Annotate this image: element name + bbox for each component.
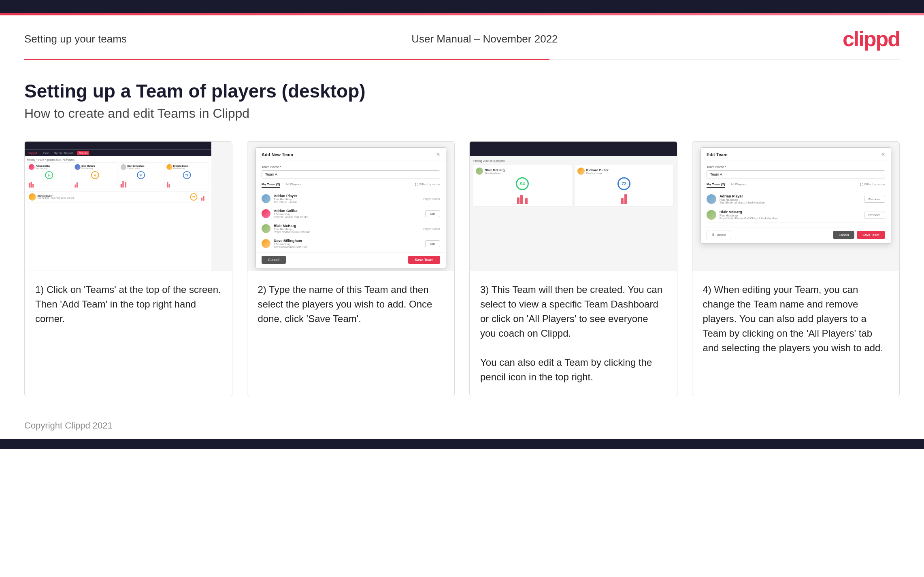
step-1-card: clippd Home My Full Report Teams Finding… — [24, 141, 232, 396]
header: Setting up your teams User Manual – Nove… — [0, 15, 924, 59]
step-3-screenshot: Finding 2 out of 2 players Blair McHarg … — [470, 142, 677, 271]
player-avatar — [262, 239, 270, 248]
player-info: Adrian Player Plus HandicapThe Shore Lon… — [720, 194, 861, 204]
player-avatar — [262, 224, 270, 233]
player-status: Player Added — [423, 227, 440, 230]
tab-all-players[interactable]: All Players — [731, 182, 746, 186]
delete-label: Delete — [717, 233, 726, 237]
player-avatar — [262, 194, 270, 203]
player-info: Blair McHarg Plus HandicapRoyal North De… — [720, 210, 861, 220]
save-team-button[interactable]: Save Team — [408, 256, 440, 264]
player-name: Blair McHarg — [274, 224, 420, 228]
team-name-label: Team Name * — [262, 165, 440, 169]
step-4-screenshot: Edit Team ✕ Team Name * My Team (2) All … — [692, 142, 900, 271]
edit-team-modal-title: Edit Team — [707, 152, 728, 157]
player-detail: Plus HandicapRoyal North Devon Golf Club — [274, 228, 420, 233]
step-4-text: 4) When editing your Team, you can chang… — [692, 271, 900, 396]
close-icon[interactable]: ✕ — [881, 152, 885, 157]
top-bar — [0, 0, 924, 13]
footer: Copyright Clippd 2021 — [0, 412, 924, 439]
bottom-bar — [0, 439, 924, 449]
edit-team-name-input[interactable] — [707, 170, 885, 178]
player-item: Blair McHarg Plus HandicapRoyal North De… — [262, 221, 440, 236]
add-player-button[interactable]: Add — [425, 240, 440, 247]
add-team-modal-title: Add New Team — [262, 152, 293, 157]
edit-player-item: Adrian Player Plus HandicapThe Shore Lon… — [707, 191, 885, 207]
save-team-button[interactable]: Save Team — [857, 231, 885, 239]
player-item: Adrian Player Plus HandicapThe Shore Lon… — [262, 191, 440, 206]
step-2-card: Add New Team ✕ Team Name * My Team (2) A… — [247, 141, 455, 396]
player-item: Adrian Coliba 1.5 HandicapCentral London… — [262, 206, 440, 221]
step-3-card: Finding 2 out of 2 players Blair McHarg … — [469, 141, 677, 396]
step-2-text: 2) Type the name of this Team and then s… — [247, 271, 455, 396]
player-name: Blair McHarg — [720, 210, 861, 214]
player-detail: Plus HandicapThe Shore London, United Ki… — [720, 198, 861, 204]
step-3-text-line2: You can also edit a Team by clicking the… — [480, 357, 652, 382]
filter-checkbox[interactable] — [415, 183, 418, 186]
player-detail: Plus HandicapRoyal North Devon Golf Club… — [720, 214, 861, 220]
step-3-text-line1: 3) This Team will then be created. You c… — [480, 284, 662, 339]
player-avatar — [707, 194, 716, 204]
edit-team-modal-body: Team Name * My Team (2) All Players Filt… — [701, 161, 891, 227]
edit-player-item: Blair McHarg Plus HandicapRoyal North De… — [707, 207, 885, 223]
player-avatar — [707, 210, 716, 220]
step-1-text: 1) Click on 'Teams' at the top of the sc… — [25, 271, 232, 396]
player-status: Player Added — [423, 197, 440, 200]
header-left-text: Setting up your teams — [24, 33, 127, 45]
copyright-text: Copyright Clippd 2021 — [24, 420, 113, 431]
page-subtitle: How to create and edit Teams in Clippd — [24, 106, 900, 121]
player-avatar — [262, 209, 270, 218]
modal-footer: Cancel Save Team — [256, 252, 446, 268]
player-detail: 1.5 HandicapThe Dog Maging Golf Club — [274, 243, 422, 248]
step-3-text: 3) This Team will then be created. You c… — [470, 271, 677, 396]
player-name: Adrian Player — [720, 194, 861, 198]
player-name: Dave Billingham — [274, 239, 422, 243]
page-title: Setting up a Team of players (desktop) — [24, 80, 900, 102]
player-detail: Plus HandicapThe Shore London — [274, 198, 420, 204]
filter-by-name: Filter by name — [860, 182, 885, 186]
cancel-button[interactable]: Cancel — [833, 231, 854, 239]
tab-my-team[interactable]: My Team (2) — [262, 182, 280, 188]
remove-player-button[interactable]: Remove — [864, 212, 885, 218]
add-team-modal: Add New Team ✕ Team Name * My Team (2) A… — [255, 147, 446, 268]
main-content: Setting up a Team of players (desktop) H… — [0, 60, 924, 412]
step-2-screenshot: Add New Team ✕ Team Name * My Team (2) A… — [247, 142, 455, 271]
header-center-text: User Manual – November 2022 — [411, 33, 558, 45]
cancel-button[interactable]: Cancel — [262, 256, 286, 264]
player-info: Blair McHarg Plus HandicapRoyal North De… — [274, 224, 420, 233]
player-detail: 1.5 HandicapCentral London Golf Centre — [274, 213, 422, 218]
team-name-input[interactable] — [262, 170, 440, 178]
filter-label: Filter by name — [864, 182, 885, 186]
modal-tabs: My Team (2) All Players Filter by name — [262, 182, 440, 188]
remove-player-button[interactable]: Remove — [864, 196, 885, 203]
edit-modal-footer: 🗑 Delete Cancel Save Team — [701, 227, 891, 243]
filter-by-name: Filter by name — [415, 182, 440, 186]
player-list: Adrian Player Plus HandicapThe Shore Lon… — [262, 191, 440, 248]
edit-team-modal: Edit Team ✕ Team Name * My Team (2) All … — [700, 147, 891, 244]
edit-modal-tabs: My Team (2) All Players Filter by name — [707, 182, 885, 188]
team-name-label: Team Name * — [707, 165, 885, 169]
player-name: Adrian Player — [274, 194, 420, 198]
player-info: Adrian Coliba 1.5 HandicapCentral London… — [274, 209, 422, 218]
player-item: Dave Billingham 1.5 HandicapThe Dog Magi… — [262, 236, 440, 248]
delete-button[interactable]: 🗑 Delete — [707, 231, 731, 239]
tab-all-players[interactable]: All Players — [286, 182, 301, 186]
filter-label: Filter by name — [419, 182, 440, 186]
trash-icon: 🗑 — [712, 233, 715, 237]
player-info: Adrian Player Plus HandicapThe Shore Lon… — [274, 194, 420, 204]
player-name: Adrian Coliba — [274, 209, 422, 213]
steps-grid: clippd Home My Full Report Teams Finding… — [24, 141, 900, 396]
add-team-modal-body: Team Name * My Team (2) All Players Filt… — [256, 161, 446, 252]
filter-checkbox[interactable] — [860, 183, 863, 186]
close-icon[interactable]: ✕ — [436, 152, 440, 157]
step-1-screenshot: clippd Home My Full Report Teams Finding… — [25, 142, 232, 271]
add-player-button[interactable]: Add — [425, 210, 440, 217]
team-dashboard-screenshot: Finding 2 out of 2 players Blair McHarg … — [470, 142, 677, 271]
footer-actions: Cancel Save Team — [833, 231, 885, 239]
add-team-modal-header: Add New Team ✕ — [256, 148, 446, 161]
step-4-card: Edit Team ✕ Team Name * My Team (2) All … — [692, 141, 900, 396]
player-info: Dave Billingham 1.5 HandicapThe Dog Magi… — [274, 239, 422, 248]
edit-team-modal-header: Edit Team ✕ — [701, 148, 891, 161]
tab-my-team[interactable]: My Team (2) — [707, 182, 725, 188]
logo: clippd — [843, 27, 900, 51]
